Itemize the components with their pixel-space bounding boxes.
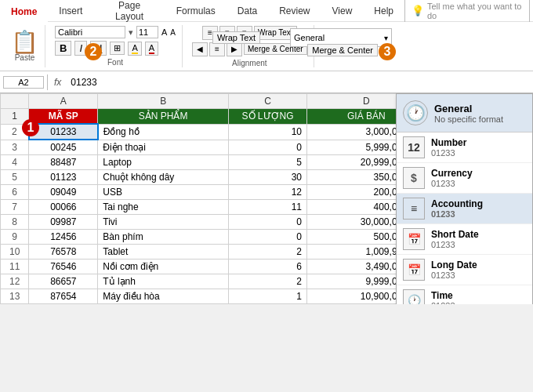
align-left-btn[interactable]: ◀ [192, 42, 208, 56]
header-so-luong[interactable]: SỐ LƯỢNG [229, 109, 307, 125]
cell-B5[interactable]: Chuột không dây [98, 170, 229, 185]
cell-C6[interactable]: 12 [229, 185, 307, 200]
cell-C11[interactable]: 6 [229, 260, 307, 274]
cell-C8[interactable]: 0 [229, 215, 307, 230]
cell-A6[interactable]: 09049 [29, 185, 98, 200]
border-button[interactable]: ⊞ [110, 42, 125, 55]
font-name-row: ▾ A A [55, 26, 176, 38]
cell-C4[interactable]: 5 [229, 155, 307, 170]
cell-A4[interactable]: 88487 [29, 155, 98, 170]
wrap-text-btn-main[interactable]: Wrap Text [212, 31, 260, 44]
cell-B9[interactable]: Bàn phím [98, 230, 229, 245]
align-right-btn[interactable]: ▶ [227, 42, 242, 56]
cell-C12[interactable]: 2 [229, 274, 307, 289]
cell-C3[interactable]: 0 [229, 140, 307, 155]
cell-C5[interactable]: 30 [229, 170, 307, 185]
lightbulb-icon: 💡 [412, 5, 424, 16]
cell-C7[interactable]: 11 [229, 200, 307, 215]
fmt-icon-number: 12 [403, 136, 425, 158]
alignment-group-label: Alignment [232, 59, 266, 67]
tab-formulas[interactable]: Formulas [165, 0, 227, 25]
fmt-name-short date: Short Date [431, 229, 479, 240]
cell-A2[interactable]: 01233 [29, 124, 98, 140]
paste-button[interactable]: 📋 Paste [11, 31, 38, 62]
fill-color-button[interactable]: A [128, 42, 141, 56]
badge-1: 1 [22, 119, 39, 136]
cell-B6[interactable]: USB [98, 185, 229, 200]
clipboard-group: 📋 Paste [5, 25, 45, 67]
col-B-header[interactable]: B [98, 94, 229, 109]
fmt-name-long date: Long Date [431, 260, 477, 270]
tab-home[interactable]: Home [0, 0, 48, 25]
cell-A13[interactable]: 87654 [29, 289, 98, 304]
name-box[interactable] [3, 76, 44, 89]
fmt-name-time: Time [431, 290, 455, 301]
tab-insert[interactable]: Insert [48, 0, 93, 25]
tab-view[interactable]: View [321, 0, 364, 25]
row-7-num: 7 [1, 200, 29, 215]
tab-page-layout[interactable]: Page Layout [93, 0, 165, 25]
font-size-up[interactable]: A [161, 27, 167, 37]
cell-A7[interactable]: 00066 [29, 200, 98, 215]
format-item-number[interactable]: 12 Number 01233 [397, 132, 532, 163]
tab-help[interactable]: Help [363, 0, 404, 25]
tab-data[interactable]: Data [227, 0, 268, 25]
format-item-time[interactable]: 🕐 Time 01233 [397, 285, 532, 304]
format-item-currency[interactable]: $ Currency 01233 [397, 163, 532, 194]
align-center-btn[interactable]: ≡ [209, 42, 225, 56]
badge-3-container: 3 [379, 43, 396, 60]
number-format-label: General [294, 33, 325, 42]
cell-B12[interactable]: Tủ lạnh [98, 274, 229, 289]
header-ma-sp[interactable]: MÃ SP [29, 109, 98, 125]
row-8-num: 8 [1, 215, 29, 230]
row-9-num: 9 [1, 230, 29, 245]
cell-A11[interactable]: 76546 [29, 260, 98, 274]
font-size-dropdown[interactable]: ▾ [129, 27, 133, 38]
merge-center-btn-main[interactable]: Merge & Center [307, 44, 378, 56]
font-name-input[interactable] [55, 26, 125, 38]
col-C-header[interactable]: C [229, 94, 307, 109]
fmt-name-number: Number [431, 137, 466, 148]
badge-3: 3 [379, 43, 396, 60]
cell-A12[interactable]: 86657 [29, 274, 98, 289]
cell-C10[interactable]: 2 [229, 245, 307, 260]
row-13-num: 13 [1, 289, 29, 304]
cell-A9[interactable]: 12456 [29, 230, 98, 245]
col-A-header[interactable]: A [29, 94, 98, 109]
format-item-short-date[interactable]: 📅 Short Date 01233 [397, 224, 532, 255]
cell-B11[interactable]: Nồi cơm điện [98, 260, 229, 274]
cell-B8[interactable]: Tivi [98, 215, 229, 230]
general-format-icon: 🕐 [403, 100, 428, 125]
font-size-down[interactable]: A [170, 28, 176, 37]
cell-A3[interactable]: 00245 [29, 140, 98, 155]
row-12-num: 12 [1, 274, 29, 289]
cell-A8[interactable]: 09987 [29, 215, 98, 230]
format-item-accounting[interactable]: ≡ Accounting 01233 [397, 194, 532, 224]
font-group: ▾ A A B I U ⊞ A A Font [49, 25, 183, 67]
fmt-val-currency: 01233 [431, 179, 473, 188]
header-san-pham[interactable]: SẢN PHẨM [98, 109, 229, 125]
cell-B7[interactable]: Tai nghe [98, 200, 229, 215]
row-5-num: 5 [1, 170, 29, 185]
cell-C9[interactable]: 0 [229, 230, 307, 245]
cell-B3[interactable]: Điện thoại [98, 140, 229, 155]
cell-B13[interactable]: Máy điều hòa [98, 289, 229, 304]
cell-A5[interactable]: 01123 [29, 170, 98, 185]
cell-B4[interactable]: Laptop [98, 155, 229, 170]
fmt-name-currency: Currency [431, 168, 473, 179]
cell-C13[interactable]: 1 [229, 289, 307, 304]
format-item-long-date[interactable]: 📅 Long Date 01233 [397, 255, 532, 285]
row-11-num: 11 [1, 260, 29, 274]
ribbon-tabs-row: Home Insert Page Layout Formulas Data Re… [0, 0, 533, 22]
cell-B10[interactable]: Tablet [98, 245, 229, 260]
font-color-button[interactable]: A [145, 42, 158, 56]
font-size-input[interactable] [136, 26, 158, 38]
cell-A10[interactable]: 76578 [29, 245, 98, 260]
format-selected-general[interactable]: 🕐 General No specific format [397, 94, 532, 132]
cell-B2[interactable]: Đồng hồ [98, 124, 229, 140]
cell-C2[interactable]: 10 [229, 124, 307, 140]
bold-button[interactable]: B [55, 41, 71, 56]
tab-review[interactable]: Review [268, 0, 321, 25]
tell-me-box[interactable]: 💡 Tell me what you want to do [404, 0, 530, 24]
formula-input[interactable] [67, 75, 530, 89]
